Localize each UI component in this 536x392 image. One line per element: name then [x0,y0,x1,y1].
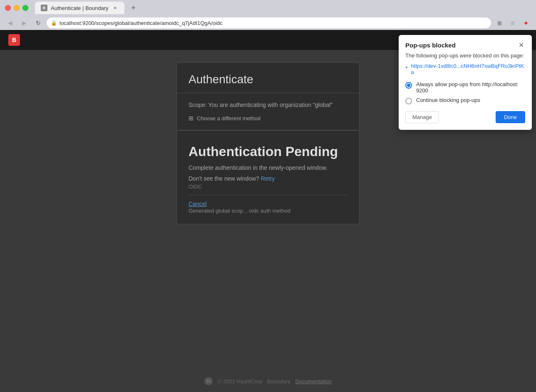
blocked-url-link[interactable]: https://dev-1vdl8c0...cNH6nH7swBqFRo3krP… [411,63,525,75]
footer-logo: H [204,377,213,385]
page-footer: H © 2021 HashiCorp Boundary Documentatio… [0,370,536,392]
manage-button[interactable]: Manage [405,111,439,123]
allow-popups-label: Always allow pop-ups from http://localho… [416,81,525,94]
choose-method-link[interactable]: ⊞ Choose a different method [189,115,347,122]
auth-card-header: Authenticate [177,63,359,93]
auth-title: Authenticate [189,73,347,86]
page-content: B ℬ HashiCorp Boundary Authenticate Scop… [0,30,536,392]
popup-header: Pop-ups blocked ✕ [399,35,532,52]
bullet-icon: • [405,63,408,72]
oidc-label: OIDC [189,184,347,190]
bookmark-icon[interactable]: ☆ [507,17,519,29]
divider [189,195,347,195]
auth-pending-card: Authentication Pending Complete authenti… [176,130,360,224]
blocked-url-item: • https://dev-1vdl8c0...cNH6nH7swBqFRo3k… [405,63,525,75]
popup-body: The following pop-ups were blocked on th… [399,52,532,130]
block-popups-label: Continue blocking pop-ups [416,97,480,103]
maximize-window-button[interactable] [22,5,28,11]
allow-popups-option[interactable]: Always allow pop-ups from http://localho… [405,81,525,94]
popup-description: The following pop-ups were blocked on th… [405,52,525,59]
address-bar[interactable]: 🔒 localhost:9200/scopes/global/authentic… [47,17,491,28]
popup-title: Pop-ups blocked [405,42,456,49]
toolbar-icons: ⊞ ☆ ● [494,17,532,29]
auth-pending-title: Authentication Pending [189,144,347,159]
footer-product: Boundary [267,378,290,385]
popup-options: Always allow pop-ups from http://localho… [405,81,525,104]
tab-close-button[interactable]: ✕ [112,5,119,11]
done-button[interactable]: Done [496,111,525,123]
new-tab-button[interactable]: + [128,2,139,14]
scope-text: Scope: You are authenticating with organ… [189,102,347,108]
choose-method-label: Choose a different method [197,115,261,122]
cancel-link[interactable]: Cancel [189,201,207,207]
tab-favicon: B [41,5,47,11]
documentation-link[interactable]: Documentation [295,378,332,385]
forward-button[interactable]: ▶ [18,17,30,29]
auth-pending-description: Complete authentication in the newly-ope… [189,164,347,171]
block-popups-option[interactable]: Continue blocking pop-ups [405,97,525,104]
traffic-lights [5,5,28,11]
app-logo: B [8,34,20,46]
auth-card-body: Scope: You are authenticating with organ… [177,93,359,130]
url-text: localhost:9200/scopes/global/authenticat… [60,20,487,26]
security-icon: 🔒 [51,20,57,26]
profile-icon[interactable]: ● [520,17,532,29]
popup-close-button[interactable]: ✕ [517,41,525,49]
popup-dialog: Pop-ups blocked ✕ The following pop-ups … [399,35,532,130]
generated-text: Generated global scop... oidc auth metho… [189,208,347,214]
title-bar: B Authenticate | Boundary ✕ + ◀ ▶ ↻ 🔒 lo… [0,0,536,30]
retry-prompt-text: Don't see the new window? [189,175,259,182]
retry-link[interactable]: Retry [261,175,275,182]
allow-radio[interactable] [405,82,412,89]
browser-tab[interactable]: B Authenticate | Boundary ✕ [35,2,124,14]
auth-pending-body: Authentication Pending Complete authenti… [177,131,359,224]
reload-button[interactable]: ↻ [32,17,44,29]
browser-chrome: B Authenticate | Boundary ✕ + ◀ ▶ ↻ 🔒 lo… [0,0,536,30]
auth-card: Authenticate Scope: You are authenticati… [176,62,360,130]
close-window-button[interactable] [5,5,11,11]
table-icon: ⊞ [189,115,194,122]
retry-prompt: Don't see the new window? Retry [189,175,347,182]
popup-actions: Manage Done [405,111,525,123]
minimize-window-button[interactable] [14,5,20,11]
logo-letter: B [12,37,16,43]
tab-title: Authenticate | Boundary [51,5,109,11]
footer-copyright: © 2021 HashiCorp [218,378,262,385]
block-radio[interactable] [405,98,412,104]
address-bar-row: ◀ ▶ ↻ 🔒 localhost:9200/scopes/global/aut… [0,16,536,30]
extensions-icon[interactable]: ⊞ [494,17,505,29]
back-button[interactable]: ◀ [4,17,16,29]
